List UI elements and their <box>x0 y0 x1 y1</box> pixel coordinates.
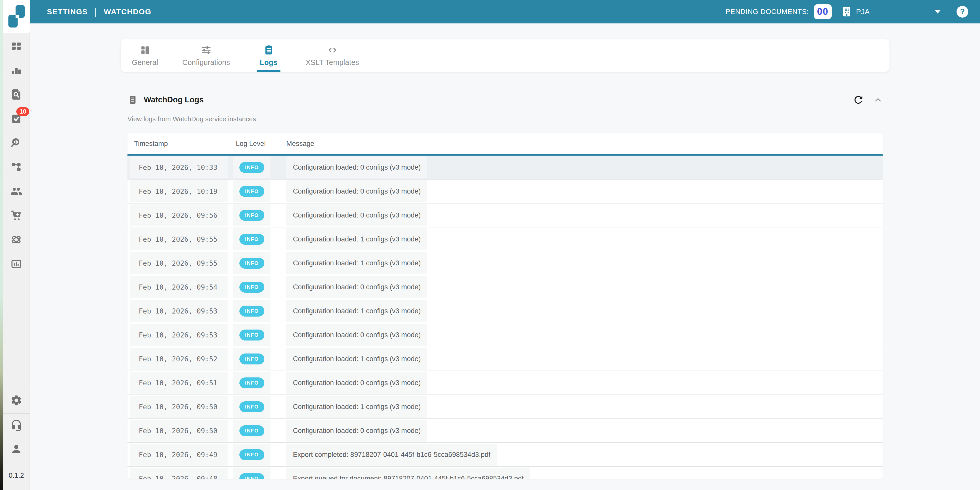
log-message: Configuration loaded: 1 configs (v3 mode… <box>293 403 421 411</box>
log-level-cell: INFO <box>230 395 281 419</box>
sidebar-item-dashboard[interactable] <box>3 34 30 58</box>
log-level-cell: INFO <box>230 419 281 442</box>
log-row[interactable]: Feb 10, 2026, 09:53 INFO Configuration l… <box>127 323 883 347</box>
log-timestamp-cell: Feb 10, 2026, 09:56 <box>127 203 230 227</box>
sidebar-item-bar-chart[interactable] <box>3 58 30 82</box>
tab-logs[interactable]: Logs <box>243 39 294 72</box>
sidebar-item-report-box[interactable] <box>3 252 30 276</box>
add-cart-icon <box>10 209 22 222</box>
log-level-badge: INFO <box>239 306 264 317</box>
sidebar-item-orbit[interactable] <box>3 227 30 252</box>
log-timestamp-cell: Feb 10, 2026, 09:50 <box>127 395 230 419</box>
top-bar: SETTINGS | WATCHDOG PENDING DOCUMENTS: 0… <box>30 0 980 24</box>
log-timestamp-cell: Feb 10, 2026, 09:49 <box>127 443 230 466</box>
building-icon <box>841 6 853 17</box>
collapse-chevron-up-icon[interactable] <box>873 95 883 105</box>
log-timestamp-cell: Feb 10, 2026, 10:33 <box>127 155 230 179</box>
breadcrumb: SETTINGS | WATCHDOG <box>30 6 151 17</box>
log-row[interactable]: Feb 10, 2026, 09:55 INFO Configuration l… <box>127 251 883 275</box>
app-logo[interactable] <box>3 0 30 33</box>
table-header-row: TimestampLog LevelMessage <box>127 133 883 155</box>
log-message: Configuration loaded: 0 configs (v3 mode… <box>293 379 421 387</box>
log-level-badge: INFO <box>239 234 264 245</box>
log-timestamp-cell: Feb 10, 2026, 09:48 <box>127 467 230 479</box>
sidebar-item-users[interactable] <box>3 179 30 203</box>
log-row[interactable]: Feb 10, 2026, 09:51 INFO Configuration l… <box>127 371 883 395</box>
panel-actions <box>853 94 883 106</box>
sidebar-item-support[interactable] <box>3 419 30 431</box>
help-icon[interactable]: ? <box>956 6 968 17</box>
log-row[interactable]: Feb 10, 2026, 09:56 INFO Configuration l… <box>127 203 883 227</box>
log-row[interactable]: Feb 10, 2026, 09:48 INFO Export queued f… <box>127 467 883 479</box>
log-message-cell: Configuration loaded: 0 configs (v3 mode… <box>281 155 883 179</box>
log-row[interactable]: Feb 10, 2026, 09:49 INFO Export complete… <box>127 443 883 467</box>
log-level-badge: INFO <box>239 473 264 479</box>
log-level-cell: INFO <box>230 467 281 479</box>
sidebar-item-workflow-tree[interactable] <box>3 155 30 179</box>
log-level-badge: INFO <box>239 330 264 341</box>
sidebar-item-search-insights[interactable] <box>3 131 30 155</box>
log-message-cell: Configuration loaded: 1 configs (v3 mode… <box>281 251 883 275</box>
column-header-log-level: Log Level <box>230 140 281 148</box>
workflow-icon <box>10 161 22 173</box>
sidebar-item-document-search[interactable] <box>3 82 30 106</box>
log-timestamp-cell: Feb 10, 2026, 09:54 <box>127 275 230 299</box>
log-row[interactable]: Feb 10, 2026, 09:53 INFO Configuration l… <box>127 299 883 323</box>
tab-general[interactable]: General <box>121 39 169 72</box>
report-icon <box>10 258 22 270</box>
chevron-down-icon[interactable] <box>935 10 941 14</box>
sidebar-divider <box>3 462 30 462</box>
log-level-cell: INFO <box>230 347 281 371</box>
log-message-cell: Configuration loaded: 1 configs (v3 mode… <box>281 395 883 419</box>
organization-menu[interactable]: PJA <box>841 6 870 17</box>
sidebar-item-tasks[interactable]: 10 <box>3 106 30 131</box>
orbit-icon <box>10 233 22 246</box>
log-timestamp: Feb 10, 2026, 09:50 <box>139 427 218 435</box>
refresh-icon[interactable] <box>853 94 864 106</box>
logs-icon <box>263 44 274 56</box>
log-row[interactable]: Feb 10, 2026, 09:52 INFO Configuration l… <box>127 347 883 371</box>
tab-label: Configurations <box>182 58 230 67</box>
bar-chart-icon <box>10 64 22 76</box>
log-message-cell: Configuration loaded: 1 configs (v3 mode… <box>281 299 883 323</box>
log-message: Configuration loaded: 1 configs (v3 mode… <box>293 259 421 267</box>
log-row[interactable]: Feb 10, 2026, 09:50 INFO Configuration l… <box>127 419 883 443</box>
log-timestamp: Feb 10, 2026, 09:52 <box>139 355 218 363</box>
log-level-badge: INFO <box>239 377 264 389</box>
log-timestamp: Feb 10, 2026, 09:54 <box>139 283 218 291</box>
headset-icon <box>10 419 22 431</box>
sidebar-item-add-cart[interactable] <box>3 203 30 227</box>
sidebar-item-settings[interactable] <box>3 394 30 406</box>
log-timestamp: Feb 10, 2026, 09:55 <box>139 259 218 267</box>
log-message: Configuration loaded: 1 configs (v3 mode… <box>293 355 421 363</box>
log-timestamp-cell: Feb 10, 2026, 09:53 <box>127 299 230 323</box>
log-row[interactable]: Feb 10, 2026, 09:50 INFO Configuration l… <box>127 395 883 419</box>
sidebar: 10 0.1.2 <box>3 0 30 490</box>
log-message-cell: Configuration loaded: 0 configs (v3 mode… <box>281 203 883 227</box>
tab-configurations[interactable]: Configurations <box>169 39 243 72</box>
log-row[interactable]: Feb 10, 2026, 09:54 INFO Configuration l… <box>127 275 883 299</box>
log-timestamp-cell: Feb 10, 2026, 09:52 <box>127 347 230 371</box>
log-message-cell: Configuration loaded: 1 configs (v3 mode… <box>281 347 883 371</box>
log-timestamp-cell: Feb 10, 2026, 09:55 <box>127 227 230 251</box>
log-timestamp-cell: Feb 10, 2026, 10:19 <box>127 179 230 203</box>
notification-badge: 10 <box>16 107 29 116</box>
log-level-cell: INFO <box>230 275 281 299</box>
log-row[interactable]: Feb 10, 2026, 10:33 INFO Configuration l… <box>127 155 883 179</box>
log-row[interactable]: Feb 10, 2026, 09:55 INFO Configuration l… <box>127 227 883 251</box>
tab-label: XSLT Templates <box>305 58 359 67</box>
log-message-cell: Configuration loaded: 1 configs (v3 mode… <box>281 227 883 251</box>
log-timestamp: Feb 10, 2026, 09:51 <box>139 379 218 387</box>
sidebar-item-account[interactable] <box>3 443 30 455</box>
log-level-cell: INFO <box>230 155 281 179</box>
log-level-badge: INFO <box>239 210 264 221</box>
log-message-cell: Configuration loaded: 0 configs (v3 mode… <box>281 275 883 299</box>
log-level-badge: INFO <box>239 186 264 197</box>
log-row[interactable]: Feb 10, 2026, 10:19 INFO Configuration l… <box>127 179 883 203</box>
log-level-cell: INFO <box>230 371 281 395</box>
tab-xslt-templates[interactable]: XSLT Templates <box>294 39 371 72</box>
log-level-badge: INFO <box>239 425 264 436</box>
log-timestamp: Feb 10, 2026, 09:48 <box>139 475 218 479</box>
logo-mark-icon <box>8 5 25 28</box>
log-timestamp-cell: Feb 10, 2026, 09:53 <box>127 323 230 347</box>
